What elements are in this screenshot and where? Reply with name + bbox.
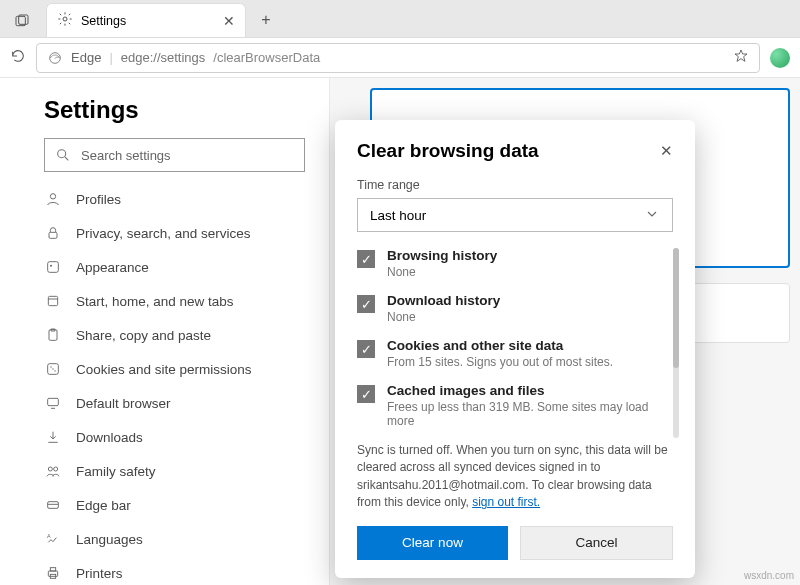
nav-icon (44, 565, 62, 581)
checkbox[interactable]: ✓ (357, 385, 375, 403)
nav-icon (44, 463, 62, 479)
svg-point-15 (50, 366, 51, 367)
sidebar-item-family-safety[interactable]: Family safety (44, 454, 305, 488)
dialog-scrollbar[interactable] (673, 248, 679, 438)
tabs-icon (14, 13, 30, 29)
settings-sidebar: Settings Search settings ProfilesPrivacy… (0, 78, 330, 585)
browser-tab[interactable]: Settings ✕ (46, 3, 246, 37)
nav-icon (44, 225, 62, 241)
sidebar-item-languages[interactable]: ALanguages (44, 522, 305, 556)
sidebar-item-privacy-search-and-services[interactable]: Privacy, search, and services (44, 216, 305, 250)
title-bar: Settings ✕ + (0, 0, 800, 38)
sidebar-item-share-copy-and-paste[interactable]: Share, copy and paste (44, 318, 305, 352)
svg-text:A: A (47, 533, 51, 539)
time-range-label: Time range (357, 178, 673, 192)
data-type-cookies-and-other-site-data: ✓Cookies and other site dataFrom 15 site… (357, 338, 673, 369)
checkbox[interactable]: ✓ (357, 250, 375, 268)
svg-point-20 (54, 467, 58, 471)
data-type-browsing-history: ✓Browsing historyNone (357, 248, 673, 279)
svg-rect-24 (48, 571, 57, 576)
nav-icon (44, 429, 62, 445)
sidebar-item-start-home-and-new-tabs[interactable]: Start, home, and new tabs (44, 284, 305, 318)
nav-icon (44, 361, 62, 377)
svg-rect-10 (48, 296, 57, 305)
address-bar[interactable]: Edge | edge://settings/clearBrowserData (36, 43, 760, 73)
cancel-button[interactable]: Cancel (520, 526, 673, 560)
close-dialog-button[interactable]: ✕ (660, 142, 673, 160)
sidebar-item-appearance[interactable]: Appearance (44, 250, 305, 284)
edge-logo-icon (47, 50, 63, 66)
svg-rect-8 (48, 262, 59, 273)
svg-point-9 (50, 265, 52, 267)
sidebar-item-default-browser[interactable]: Default browser (44, 386, 305, 420)
sidebar-item-downloads[interactable]: Downloads (44, 420, 305, 454)
favorites-button[interactable] (733, 48, 749, 67)
tab-actions-button[interactable] (4, 5, 40, 37)
url-path: /clearBrowserData (213, 50, 320, 65)
chevron-down-icon (644, 206, 660, 225)
search-settings-input[interactable]: Search settings (44, 138, 305, 172)
sign-out-link[interactable]: sign out first. (472, 495, 540, 509)
svg-point-19 (48, 467, 52, 471)
time-range-select[interactable]: Last hour (357, 198, 673, 232)
sidebar-item-profiles[interactable]: Profiles (44, 182, 305, 216)
nav-icon (44, 497, 62, 513)
nav-icon: A (44, 531, 62, 547)
sidebar-item-printers[interactable]: Printers (44, 556, 305, 585)
gear-icon (57, 11, 73, 30)
url-prefix: edge://settings (121, 50, 206, 65)
nav-icon (44, 259, 62, 275)
sync-note: Sync is turned off. When you turn on syn… (357, 442, 673, 512)
svg-rect-21 (48, 502, 59, 509)
clear-browsing-data-dialog: Clear browsing data ✕ Time range Last ho… (335, 120, 695, 578)
nav-icon (44, 395, 62, 411)
clear-now-button[interactable]: Clear now (357, 526, 508, 560)
profile-button[interactable] (770, 48, 790, 68)
svg-rect-25 (50, 568, 55, 571)
svg-line-5 (65, 157, 68, 160)
data-type-cached-images-and-files: ✓Cached images and filesFrees up less th… (357, 383, 673, 428)
checkbox[interactable]: ✓ (357, 295, 375, 313)
new-tab-button[interactable]: + (252, 6, 280, 34)
sidebar-item-cookies-and-site-permissions[interactable]: Cookies and site permissions (44, 352, 305, 386)
svg-point-14 (52, 368, 53, 369)
sidebar-item-edge-bar[interactable]: Edge bar (44, 488, 305, 522)
nav-icon (44, 191, 62, 207)
svg-point-2 (63, 17, 67, 21)
svg-point-6 (50, 194, 55, 199)
nav-icon (44, 293, 62, 309)
svg-rect-7 (49, 232, 57, 238)
address-brand: Edge (71, 50, 101, 65)
page-title: Settings (44, 96, 305, 124)
tab-title: Settings (81, 14, 126, 28)
svg-rect-17 (48, 398, 59, 405)
checkbox[interactable]: ✓ (357, 340, 375, 358)
data-type-download-history: ✓Download historyNone (357, 293, 673, 324)
toolbar: Edge | edge://settings/clearBrowserData (0, 38, 800, 78)
refresh-button[interactable] (10, 48, 26, 68)
svg-point-4 (58, 150, 66, 158)
svg-point-16 (54, 370, 55, 371)
nav-icon (44, 327, 62, 343)
search-icon (55, 147, 71, 163)
dialog-title: Clear browsing data (357, 140, 539, 162)
close-tab-button[interactable]: ✕ (223, 13, 235, 29)
watermark: wsxdn.com (744, 570, 794, 581)
